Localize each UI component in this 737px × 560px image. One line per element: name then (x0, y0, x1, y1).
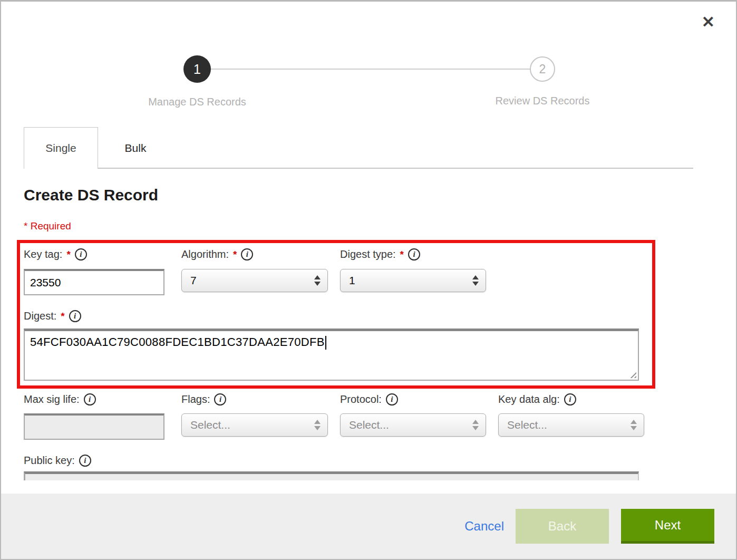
key-data-alg-label: Key data alg: i (498, 393, 576, 405)
step-2-circle: 2 (530, 56, 555, 82)
textarea-resize-handle-icon[interactable] (628, 370, 636, 378)
digest-type-selected-value: 1 (349, 274, 355, 287)
algorithm-info-icon[interactable]: i (241, 248, 253, 260)
select-stepper-arrows-icon (314, 420, 321, 430)
digest-type-label-text: Digest type: (340, 248, 396, 260)
key-tag-label-text: Key tag: (24, 248, 62, 260)
tab-bulk[interactable]: Bulk (98, 127, 173, 169)
max-sig-life-label: Max sig life: i (24, 393, 96, 405)
key-data-alg-label-text: Key data alg: (498, 393, 560, 405)
key-data-alg-selected-value: Select... (507, 419, 547, 431)
public-key-label-text: Public key: (24, 455, 75, 467)
protocol-info-icon[interactable]: i (386, 393, 398, 405)
max-sig-life-label-text: Max sig life: (24, 393, 80, 405)
key-data-alg-info-icon[interactable]: i (564, 393, 576, 405)
public-key-textarea (24, 471, 639, 480)
digest-type-info-icon[interactable]: i (408, 248, 420, 260)
algorithm-required-star: * (233, 249, 237, 260)
flags-label-text: Flags: (181, 393, 210, 405)
algorithm-selected-value: 7 (190, 274, 197, 287)
back-button: Back (516, 509, 609, 544)
cancel-button[interactable]: Cancel (464, 519, 504, 534)
algorithm-label: Algorithm: * i (181, 248, 253, 260)
dialog-footer: Cancel Back Next (1, 494, 736, 559)
flags-select[interactable]: Select... (181, 413, 328, 437)
tab-bar-underline (98, 168, 693, 169)
digest-type-label: Digest type: * i (340, 248, 420, 260)
tab-single[interactable]: Single (24, 127, 98, 169)
digest-info-icon[interactable]: i (69, 310, 81, 322)
protocol-selected-value: Select... (349, 419, 389, 431)
stepper-step-manage: 1 Manage DS Records (118, 55, 276, 108)
flags-info-icon[interactable]: i (214, 393, 226, 405)
key-tag-label: Key tag: * i (24, 248, 87, 260)
required-note: * Required (24, 220, 71, 232)
digest-label-text: Digest: (24, 310, 56, 322)
next-button[interactable]: Next (621, 509, 714, 544)
digest-type-required-star: * (400, 249, 404, 260)
max-sig-life-info-icon[interactable]: i (84, 393, 96, 405)
digest-label: Digest: * i (24, 310, 81, 322)
flags-label: Flags: i (181, 393, 226, 405)
protocol-label: Protocol: i (340, 393, 398, 405)
step-1-circle: 1 (183, 55, 211, 83)
algorithm-label-text: Algorithm: (181, 248, 229, 260)
algorithm-select[interactable]: 7 (181, 269, 328, 292)
select-stepper-arrows-icon (314, 275, 321, 286)
key-data-alg-select[interactable]: Select... (498, 413, 644, 437)
flags-selected-value: Select... (190, 419, 230, 431)
digest-textarea[interactable]: 54FCF030AA1C79C0088FDEC1BD1C37DAA2E70DFB (24, 329, 639, 381)
text-cursor (325, 336, 326, 350)
digest-type-select[interactable]: 1 (340, 269, 486, 292)
max-sig-life-input (24, 413, 164, 440)
step-2-label: Review DS Records (463, 95, 622, 107)
step-1-label: Manage DS Records (118, 96, 276, 108)
key-tag-required-star: * (66, 249, 70, 260)
protocol-label-text: Protocol: (340, 393, 382, 405)
select-stepper-arrows-icon (472, 275, 479, 286)
protocol-select[interactable]: Select... (340, 413, 486, 437)
create-ds-record-dialog: ✕ 1 Manage DS Records 2 Review DS Record… (0, 0, 737, 560)
digest-value: 54FCF030AA1C79C0088FDEC1BD1C37DAA2E70DFB (30, 335, 325, 349)
select-stepper-arrows-icon (472, 420, 479, 430)
public-key-info-icon[interactable]: i (79, 455, 91, 467)
digest-required-star: * (61, 311, 64, 322)
close-icon[interactable]: ✕ (702, 14, 715, 30)
public-key-label: Public key: i (24, 455, 91, 467)
stepper-step-review: 2 Review DS Records (463, 56, 622, 107)
select-stepper-arrows-icon (631, 420, 637, 430)
page-title: Create DS Record (24, 186, 158, 204)
key-tag-input[interactable] (24, 269, 164, 295)
key-tag-info-icon[interactable]: i (75, 248, 87, 260)
